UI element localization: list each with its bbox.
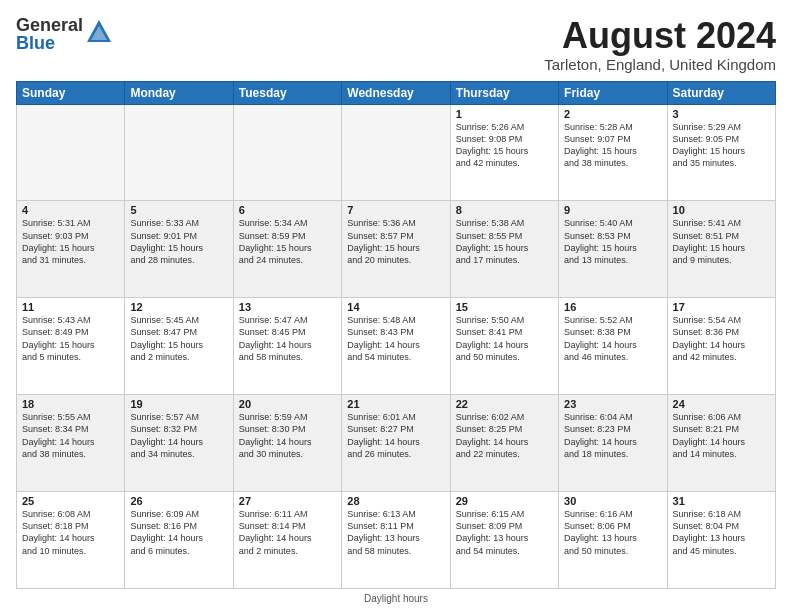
day-info: Sunrise: 6:04 AM Sunset: 8:23 PM Dayligh… bbox=[564, 411, 661, 460]
day-number: 23 bbox=[564, 398, 661, 410]
day-info: Sunrise: 5:47 AM Sunset: 8:45 PM Dayligh… bbox=[239, 314, 336, 363]
day-info: Sunrise: 5:57 AM Sunset: 8:32 PM Dayligh… bbox=[130, 411, 227, 460]
calendar-cell: 12Sunrise: 5:45 AM Sunset: 8:47 PM Dayli… bbox=[125, 298, 233, 395]
calendar-cell: 2Sunrise: 5:28 AM Sunset: 9:07 PM Daylig… bbox=[559, 104, 667, 201]
calendar-cell: 22Sunrise: 6:02 AM Sunset: 8:25 PM Dayli… bbox=[450, 395, 558, 492]
day-info: Sunrise: 6:02 AM Sunset: 8:25 PM Dayligh… bbox=[456, 411, 553, 460]
calendar-cell: 21Sunrise: 6:01 AM Sunset: 8:27 PM Dayli… bbox=[342, 395, 450, 492]
day-info: Sunrise: 5:29 AM Sunset: 9:05 PM Dayligh… bbox=[673, 121, 770, 170]
day-info: Sunrise: 6:08 AM Sunset: 8:18 PM Dayligh… bbox=[22, 508, 119, 557]
day-number: 5 bbox=[130, 204, 227, 216]
day-info: Sunrise: 5:59 AM Sunset: 8:30 PM Dayligh… bbox=[239, 411, 336, 460]
day-info: Sunrise: 5:48 AM Sunset: 8:43 PM Dayligh… bbox=[347, 314, 444, 363]
calendar-header-sunday: Sunday bbox=[17, 81, 125, 104]
day-info: Sunrise: 5:52 AM Sunset: 8:38 PM Dayligh… bbox=[564, 314, 661, 363]
logo-general: General bbox=[16, 16, 83, 34]
calendar-header-saturday: Saturday bbox=[667, 81, 775, 104]
day-number: 17 bbox=[673, 301, 770, 313]
day-number: 19 bbox=[130, 398, 227, 410]
footer-text: Daylight hours bbox=[364, 593, 428, 604]
calendar-cell: 30Sunrise: 6:16 AM Sunset: 8:06 PM Dayli… bbox=[559, 492, 667, 589]
calendar-cell: 5Sunrise: 5:33 AM Sunset: 9:01 PM Daylig… bbox=[125, 201, 233, 298]
day-number: 29 bbox=[456, 495, 553, 507]
month-title: August 2024 bbox=[544, 16, 776, 56]
day-info: Sunrise: 5:38 AM Sunset: 8:55 PM Dayligh… bbox=[456, 217, 553, 266]
calendar-header-friday: Friday bbox=[559, 81, 667, 104]
day-info: Sunrise: 5:45 AM Sunset: 8:47 PM Dayligh… bbox=[130, 314, 227, 363]
calendar-cell: 16Sunrise: 5:52 AM Sunset: 8:38 PM Dayli… bbox=[559, 298, 667, 395]
day-number: 24 bbox=[673, 398, 770, 410]
calendar-cell: 13Sunrise: 5:47 AM Sunset: 8:45 PM Dayli… bbox=[233, 298, 341, 395]
day-number: 30 bbox=[564, 495, 661, 507]
calendar-cell: 28Sunrise: 6:13 AM Sunset: 8:11 PM Dayli… bbox=[342, 492, 450, 589]
calendar-cell bbox=[233, 104, 341, 201]
calendar-cell: 7Sunrise: 5:36 AM Sunset: 8:57 PM Daylig… bbox=[342, 201, 450, 298]
day-info: Sunrise: 5:36 AM Sunset: 8:57 PM Dayligh… bbox=[347, 217, 444, 266]
day-number: 25 bbox=[22, 495, 119, 507]
calendar-cell: 24Sunrise: 6:06 AM Sunset: 8:21 PM Dayli… bbox=[667, 395, 775, 492]
day-number: 11 bbox=[22, 301, 119, 313]
logo: General Blue bbox=[16, 16, 113, 52]
day-number: 8 bbox=[456, 204, 553, 216]
calendar-cell: 9Sunrise: 5:40 AM Sunset: 8:53 PM Daylig… bbox=[559, 201, 667, 298]
calendar-cell: 27Sunrise: 6:11 AM Sunset: 8:14 PM Dayli… bbox=[233, 492, 341, 589]
day-number: 16 bbox=[564, 301, 661, 313]
calendar-cell: 11Sunrise: 5:43 AM Sunset: 8:49 PM Dayli… bbox=[17, 298, 125, 395]
calendar-week-row: 18Sunrise: 5:55 AM Sunset: 8:34 PM Dayli… bbox=[17, 395, 776, 492]
calendar-cell: 19Sunrise: 5:57 AM Sunset: 8:32 PM Dayli… bbox=[125, 395, 233, 492]
day-info: Sunrise: 6:11 AM Sunset: 8:14 PM Dayligh… bbox=[239, 508, 336, 557]
location: Tarleton, England, United Kingdom bbox=[544, 56, 776, 73]
page: General Blue August 2024 Tarleton, Engla… bbox=[0, 0, 792, 612]
day-number: 3 bbox=[673, 108, 770, 120]
day-number: 4 bbox=[22, 204, 119, 216]
calendar-header-tuesday: Tuesday bbox=[233, 81, 341, 104]
calendar-cell bbox=[125, 104, 233, 201]
logo-text: General Blue bbox=[16, 16, 83, 52]
day-number: 6 bbox=[239, 204, 336, 216]
day-info: Sunrise: 5:40 AM Sunset: 8:53 PM Dayligh… bbox=[564, 217, 661, 266]
calendar-cell: 8Sunrise: 5:38 AM Sunset: 8:55 PM Daylig… bbox=[450, 201, 558, 298]
calendar-cell: 6Sunrise: 5:34 AM Sunset: 8:59 PM Daylig… bbox=[233, 201, 341, 298]
day-number: 10 bbox=[673, 204, 770, 216]
day-number: 20 bbox=[239, 398, 336, 410]
calendar-week-row: 4Sunrise: 5:31 AM Sunset: 9:03 PM Daylig… bbox=[17, 201, 776, 298]
day-info: Sunrise: 6:09 AM Sunset: 8:16 PM Dayligh… bbox=[130, 508, 227, 557]
calendar-cell: 14Sunrise: 5:48 AM Sunset: 8:43 PM Dayli… bbox=[342, 298, 450, 395]
day-number: 21 bbox=[347, 398, 444, 410]
calendar-week-row: 1Sunrise: 5:26 AM Sunset: 9:08 PM Daylig… bbox=[17, 104, 776, 201]
day-info: Sunrise: 6:16 AM Sunset: 8:06 PM Dayligh… bbox=[564, 508, 661, 557]
day-number: 12 bbox=[130, 301, 227, 313]
calendar-cell: 1Sunrise: 5:26 AM Sunset: 9:08 PM Daylig… bbox=[450, 104, 558, 201]
calendar-cell bbox=[342, 104, 450, 201]
calendar-header-monday: Monday bbox=[125, 81, 233, 104]
day-info: Sunrise: 6:06 AM Sunset: 8:21 PM Dayligh… bbox=[673, 411, 770, 460]
logo-icon bbox=[85, 18, 113, 46]
day-info: Sunrise: 6:18 AM Sunset: 8:04 PM Dayligh… bbox=[673, 508, 770, 557]
day-number: 14 bbox=[347, 301, 444, 313]
day-number: 9 bbox=[564, 204, 661, 216]
day-number: 22 bbox=[456, 398, 553, 410]
day-number: 31 bbox=[673, 495, 770, 507]
day-info: Sunrise: 6:15 AM Sunset: 8:09 PM Dayligh… bbox=[456, 508, 553, 557]
calendar-header-row: SundayMondayTuesdayWednesdayThursdayFrid… bbox=[17, 81, 776, 104]
calendar-cell: 20Sunrise: 5:59 AM Sunset: 8:30 PM Dayli… bbox=[233, 395, 341, 492]
footer: Daylight hours bbox=[16, 593, 776, 604]
day-number: 7 bbox=[347, 204, 444, 216]
calendar-week-row: 25Sunrise: 6:08 AM Sunset: 8:18 PM Dayli… bbox=[17, 492, 776, 589]
day-info: Sunrise: 5:34 AM Sunset: 8:59 PM Dayligh… bbox=[239, 217, 336, 266]
title-block: August 2024 Tarleton, England, United Ki… bbox=[544, 16, 776, 73]
calendar-header-wednesday: Wednesday bbox=[342, 81, 450, 104]
day-info: Sunrise: 5:33 AM Sunset: 9:01 PM Dayligh… bbox=[130, 217, 227, 266]
day-number: 27 bbox=[239, 495, 336, 507]
calendar-cell: 15Sunrise: 5:50 AM Sunset: 8:41 PM Dayli… bbox=[450, 298, 558, 395]
day-number: 13 bbox=[239, 301, 336, 313]
calendar-header-thursday: Thursday bbox=[450, 81, 558, 104]
day-number: 2 bbox=[564, 108, 661, 120]
day-info: Sunrise: 5:54 AM Sunset: 8:36 PM Dayligh… bbox=[673, 314, 770, 363]
calendar-cell: 29Sunrise: 6:15 AM Sunset: 8:09 PM Dayli… bbox=[450, 492, 558, 589]
calendar: SundayMondayTuesdayWednesdayThursdayFrid… bbox=[16, 81, 776, 589]
day-info: Sunrise: 6:01 AM Sunset: 8:27 PM Dayligh… bbox=[347, 411, 444, 460]
day-info: Sunrise: 6:13 AM Sunset: 8:11 PM Dayligh… bbox=[347, 508, 444, 557]
day-number: 15 bbox=[456, 301, 553, 313]
day-info: Sunrise: 5:50 AM Sunset: 8:41 PM Dayligh… bbox=[456, 314, 553, 363]
